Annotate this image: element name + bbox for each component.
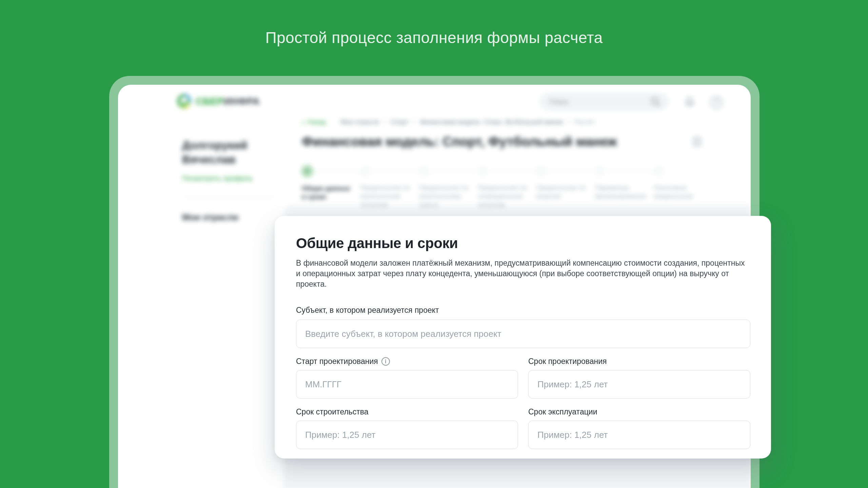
- breadcrumb-item-current: Расчёт: [574, 118, 595, 126]
- sidebar-divider: [182, 197, 277, 198]
- step-circle: [536, 166, 546, 176]
- app-header: СБЕРИНФРА Поиск ?: [118, 85, 751, 119]
- breadcrumb-separator: /: [413, 118, 415, 126]
- step-label: Предпосылки по выручке: [536, 183, 587, 200]
- stepper-step-7[interactable]: Налоговые предпосылки: [654, 166, 708, 200]
- breadcrumb-back-label: Назад: [307, 118, 326, 126]
- design-start-field-label: Старт проектирования i: [296, 357, 518, 366]
- form-card-description: В финансовой модели заложен платёжный ме…: [296, 258, 750, 289]
- stepper-step-5[interactable]: Предпосылки по выручке: [536, 166, 591, 200]
- sidebar-item-industries[interactable]: Мои отрасли: [182, 212, 284, 223]
- user-name: Долгорукий Вячеслав: [182, 138, 263, 167]
- logo-text: СБЕРИНФРА: [196, 96, 260, 107]
- info-glyph: i: [385, 357, 386, 366]
- step-circle: [595, 166, 605, 176]
- stepper-step-6[interactable]: Параметры финансирования: [595, 166, 649, 200]
- step-label: Предпосылки по капитальному гранту: [419, 183, 470, 209]
- subject-field-label: Субъект, в котором реализуется проект: [296, 306, 750, 315]
- step-circle: [360, 166, 370, 176]
- step-circle-active: [302, 166, 313, 177]
- step-circle: [419, 166, 429, 176]
- breadcrumb-back-link[interactable]: ‹ Назад: [302, 118, 326, 126]
- model-page-title: Финансовая модель: Спорт, Футбольный ман…: [302, 134, 617, 149]
- form-card-title: Общие данные и сроки: [296, 235, 750, 252]
- search-placeholder: Поиск: [549, 98, 650, 106]
- subject-input[interactable]: [296, 320, 750, 348]
- stepper-step-2[interactable]: Предпосылки по капитальным затратам: [360, 166, 415, 209]
- page-title: Простой процесс заполнения формы расчета: [0, 28, 868, 47]
- step-label: Общие данные и сроки: [302, 184, 353, 201]
- sber-logo-icon: [177, 94, 192, 108]
- stepper-step-1[interactable]: Общие данные и сроки: [302, 166, 356, 201]
- chevron-left-icon: ‹: [302, 119, 304, 125]
- info-icon[interactable]: i: [381, 357, 390, 366]
- step-label: Параметры финансирования: [595, 183, 646, 200]
- breadcrumb-item[interactable]: Финансовая модель: Спорт, Футбольный ман…: [420, 118, 563, 126]
- view-profile-link[interactable]: Посмотреть профиль: [182, 174, 284, 182]
- step-circle: [478, 166, 487, 176]
- breadcrumb-separator: /: [568, 118, 570, 126]
- stepper-step-4[interactable]: Предпосылки по операционным затратам: [478, 166, 532, 209]
- design-start-input[interactable]: [296, 370, 518, 399]
- construction-term-input[interactable]: [296, 421, 518, 449]
- breadcrumb-item[interactable]: Мои отрасли: [340, 118, 379, 126]
- sberinfra-logo[interactable]: СБЕРИНФРА: [177, 94, 260, 108]
- step-circle: [654, 166, 663, 176]
- stepper-step-3[interactable]: Предпосылки по капитальному гранту: [419, 166, 473, 209]
- design-start-label-text: Старт проектирования: [296, 357, 378, 366]
- step-label: Налоговые предпосылки: [654, 183, 705, 200]
- design-term-input[interactable]: [528, 370, 750, 399]
- construction-term-field-label: Срок строительства: [296, 407, 518, 416]
- bell-icon[interactable]: [684, 96, 695, 108]
- sidebar: Долгорукий Вячеслав Посмотреть профиль М…: [118, 119, 284, 488]
- breadcrumb-separator: /: [384, 118, 386, 126]
- form-card: Общие данные и сроки В финансовой модели…: [275, 216, 771, 459]
- search-input[interactable]: Поиск: [540, 93, 669, 110]
- step-label: Предпосылки по капитальным затратам: [360, 183, 411, 209]
- help-icon[interactable]: ?: [710, 96, 723, 108]
- breadcrumb: ‹ Назад Мои отрасли / Спорт / Финансовая…: [302, 118, 595, 126]
- design-term-field-label: Срок проектирования: [528, 357, 750, 366]
- search-icon: [650, 96, 661, 107]
- document-copy-icon[interactable]: [692, 136, 702, 147]
- operation-term-input[interactable]: [528, 421, 750, 449]
- step-label: Предпосылки по операционным затратам: [478, 183, 529, 209]
- operation-term-field-label: Срок эксплуатации: [528, 407, 750, 416]
- breadcrumb-item[interactable]: Спорт: [390, 118, 408, 126]
- help-glyph: ?: [714, 98, 718, 107]
